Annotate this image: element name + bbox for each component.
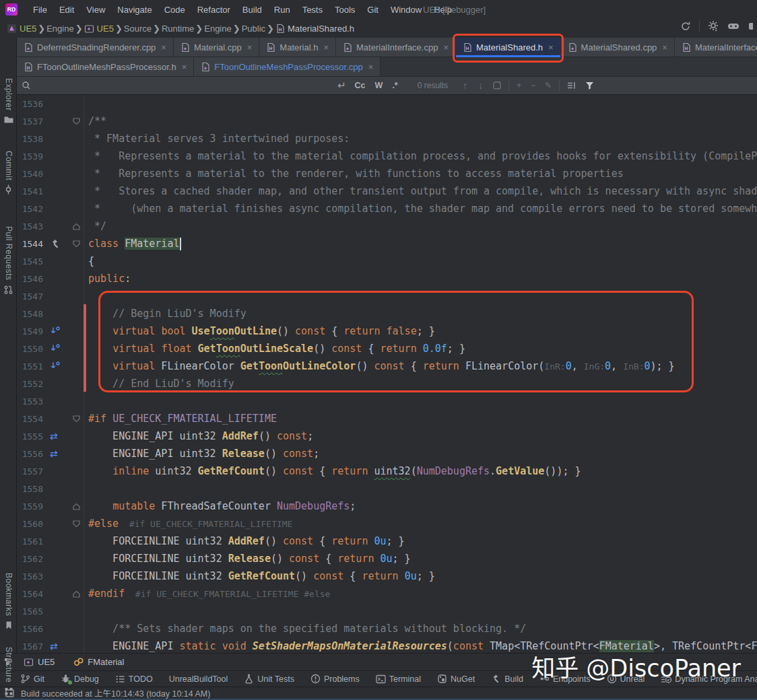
breadcrumb-item[interactable]: Public xyxy=(240,22,267,35)
editor-tab-MaterialShared.cpp[interactable]: MaterialShared.cpp× xyxy=(561,38,675,57)
line-number[interactable]: 1545 xyxy=(17,256,47,267)
menu-item-tests[interactable]: Tests xyxy=(296,2,329,18)
line-number[interactable]: 1560 xyxy=(17,519,47,529)
line-number[interactable]: 1559 xyxy=(17,501,47,512)
line-number[interactable]: 1538 xyxy=(17,134,47,144)
code-line[interactable]: 1539 * Represents a material to the mate… xyxy=(17,147,757,165)
breadcrumb-item[interactable]: Engine xyxy=(45,22,75,35)
add-selection-icon[interactable]: + xyxy=(512,81,526,90)
code-line[interactable]: 1554#if UE_CHECK_FMATERIAL_LIFETIME xyxy=(17,410,757,427)
fold-marker-icon[interactable] xyxy=(69,502,84,511)
breadcrumb-item[interactable]: Runtime xyxy=(160,22,195,35)
line-number[interactable]: 1563 xyxy=(17,571,47,582)
line-number[interactable]: 1562 xyxy=(17,554,47,564)
line-number[interactable]: 1557 xyxy=(17,466,47,477)
tab-close-icon[interactable]: × xyxy=(548,42,554,53)
fold-marker-icon[interactable] xyxy=(69,520,84,528)
hammer-gutter-icon[interactable] xyxy=(47,238,69,249)
line-number[interactable]: 1552 xyxy=(17,379,47,389)
editor-tab-FToonOutlineMeshPassProcessor.h[interactable]: FToonOutlineMeshPassProcessor.h× xyxy=(17,57,194,76)
sidebar-item-pull-requests[interactable]: Pull Requests xyxy=(0,226,17,295)
menu-item-refactor[interactable]: Refactor xyxy=(191,2,236,18)
code-line[interactable]: 1544class FMaterial xyxy=(17,235,757,252)
newline-icon[interactable]: ↵ xyxy=(333,79,350,92)
editor-tab-MaterialInterface.cpp[interactable]: MaterialInterface.cpp× xyxy=(336,38,456,57)
tool-window-button-debug[interactable]: Debug xyxy=(61,674,99,684)
line-number[interactable]: 1550 xyxy=(17,344,47,354)
code-line[interactable]: 1563 FORCEINLINE uint32 GetRefCount() co… xyxy=(17,567,757,585)
line-number[interactable]: 1554 xyxy=(17,414,47,424)
clipped-icon[interactable] xyxy=(748,22,753,31)
line-number[interactable]: 1549 xyxy=(17,326,47,337)
line-number[interactable]: 1542 xyxy=(17,204,47,214)
code-line[interactable]: 1547 xyxy=(17,287,757,305)
line-number[interactable]: 1537 xyxy=(17,116,47,127)
tool-window-button-todo[interactable]: TODO xyxy=(115,674,153,684)
menu-item-build[interactable]: Build xyxy=(236,2,268,18)
fold-marker-icon[interactable] xyxy=(69,240,84,248)
match-case-toggle[interactable]: Cc xyxy=(350,79,370,92)
code-line[interactable]: 1553 xyxy=(17,392,757,410)
override-gutter-icon[interactable] xyxy=(47,361,69,372)
code-editor[interactable]: 15361537/**1538 * FMaterial serves 3 int… xyxy=(17,95,757,653)
code-line[interactable]: 1543 */ xyxy=(17,217,757,235)
tab-close-icon[interactable]: × xyxy=(323,42,329,53)
menu-item-navigate[interactable]: Navigate xyxy=(111,2,158,18)
gamepad-icon[interactable] xyxy=(727,22,739,31)
line-number[interactable]: 1551 xyxy=(17,361,47,372)
code-line[interactable]: 1552 // End LiuD's Modify xyxy=(17,375,757,392)
line-number[interactable]: 1540 xyxy=(17,169,47,179)
breadcrumb-item[interactable]: Source xyxy=(123,22,153,35)
editor-tab-Material.h[interactable]: Material.h× xyxy=(259,38,336,57)
code-line[interactable]: 1550 virtual float GetToonOutLineScale()… xyxy=(17,340,757,357)
next-occurrence-icon[interactable]: ↓ xyxy=(473,80,488,91)
regex-toggle[interactable]: .* xyxy=(387,79,402,92)
menu-item-run[interactable]: Run xyxy=(268,2,296,18)
tool-window-button-terminal[interactable]: Terminal xyxy=(376,674,421,684)
search-input[interactable] xyxy=(37,77,333,94)
whole-words-toggle[interactable]: W xyxy=(370,79,388,92)
tool-window-button-git[interactable]: Git xyxy=(20,674,44,684)
code-line[interactable]: 1551 virtual FLinearColor GetToonOutLine… xyxy=(17,357,757,375)
menu-item-window[interactable]: Window xyxy=(385,2,428,18)
sidebar-item-structure[interactable]: Structure xyxy=(0,647,17,696)
code-line[interactable]: 1564#endif #if UE_CHECK_FMATERIAL_LIFETI… xyxy=(17,585,757,602)
line-number[interactable]: 1567 xyxy=(17,641,47,652)
search-options-icon[interactable] xyxy=(562,81,581,90)
code-line[interactable]: 1542 * (when a material finishes async c… xyxy=(17,200,757,217)
tool-window-button-unrealbuildtool[interactable]: UnrealBuildTool xyxy=(169,674,228,684)
tool-window-button-unit-tests[interactable]: Unit Tests xyxy=(244,674,294,684)
line-number[interactable]: 1539 xyxy=(17,151,47,162)
tab-close-icon[interactable]: × xyxy=(368,62,374,72)
bottom-breadcrumb-ue5[interactable]: UE5 xyxy=(24,657,55,667)
fold-marker-icon[interactable] xyxy=(69,222,84,231)
previous-occurrence-icon[interactable]: ↑ xyxy=(457,80,473,91)
impl-gutter-icon[interactable]: ⇄ xyxy=(47,431,69,442)
impl-gutter-icon[interactable]: ⇄ xyxy=(47,641,69,652)
code-line[interactable]: 1540 * Represents a material to the rend… xyxy=(17,165,757,182)
line-number[interactable]: 1555 xyxy=(17,431,47,442)
line-number[interactable]: 1561 xyxy=(17,536,47,547)
code-line[interactable]: 1548 // Begin LiuD's Modify xyxy=(17,305,757,322)
code-line[interactable]: 1546public: xyxy=(17,270,757,287)
code-line[interactable]: 1538 * FMaterial serves 3 intertwined pu… xyxy=(17,130,757,147)
code-line[interactable]: 1537/** xyxy=(17,112,757,130)
code-line[interactable]: 1557 inline uint32 GetRefCount() const {… xyxy=(17,462,757,480)
menu-item-git[interactable]: Git xyxy=(361,2,385,18)
menu-item-edit[interactable]: Edit xyxy=(53,2,80,18)
tool-window-button-nuget[interactable]: NuGet xyxy=(437,674,475,684)
code-line[interactable]: 1565 xyxy=(17,602,757,620)
code-line[interactable]: 1536 xyxy=(17,95,757,112)
line-number[interactable]: 1536 xyxy=(17,99,47,109)
breadcrumb-item[interactable]: Engine xyxy=(203,22,232,35)
code-line[interactable]: 1566 /** Sets shader maps on the specifi… xyxy=(17,620,757,637)
filter-funnel-icon[interactable] xyxy=(581,81,599,90)
tool-window-button-build[interactable]: Build xyxy=(491,674,523,684)
impl-gutter-icon[interactable]: ⇄ xyxy=(47,448,69,459)
menu-item-file[interactable]: File xyxy=(27,2,53,18)
tool-window-button-problems[interactable]: Problems xyxy=(310,674,360,684)
line-number[interactable]: 1556 xyxy=(17,449,47,459)
code-line[interactable]: 1549 virtual bool UseToonOutLine() const… xyxy=(17,322,757,340)
code-line[interactable]: 1545{ xyxy=(17,252,757,270)
edit-selection-icon[interactable]: ✎ xyxy=(540,81,556,90)
